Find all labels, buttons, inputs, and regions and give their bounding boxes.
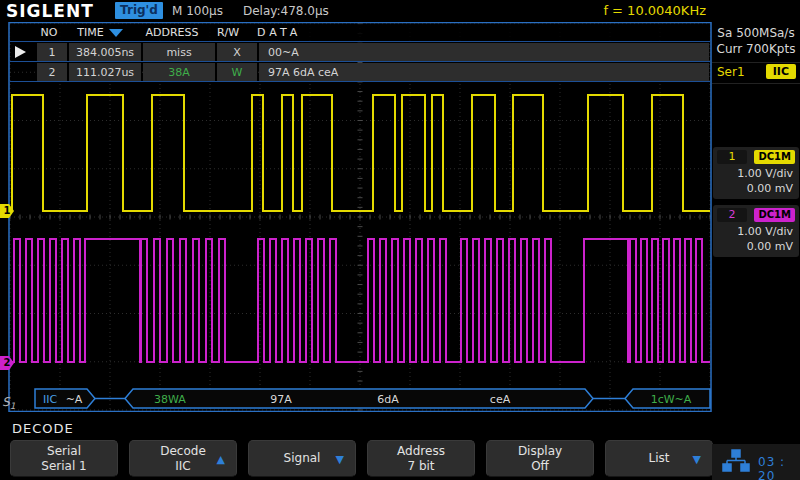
siglent-logo: SIGLENT: [6, 1, 94, 21]
row-address: miss: [143, 43, 215, 61]
selected-row-arrow-icon: [15, 46, 26, 58]
channel2-scale: 1.00 V/div: [737, 225, 793, 238]
bus-decoded-word: ~A: [66, 393, 83, 406]
table-row[interactable]: 1 384.005ns miss X 00~A: [10, 42, 710, 61]
header-time[interactable]: TIME: [64, 24, 136, 41]
acquisition-info: Sa 500MSa/s Curr 700Kpts: [712, 25, 800, 57]
top-status-bar: SIGLENT Trig'd M 100µs Delay:478.0µs f =…: [0, 0, 800, 22]
channel1-info-box[interactable]: 1 DC1M 1.00 V/div 0.00 mV: [713, 147, 799, 199]
up-arrow-icon: ▲: [217, 451, 225, 466]
header-address[interactable]: ADDRESS: [136, 24, 208, 41]
channel1-offset: 0.00 mV: [747, 182, 793, 195]
delay-readout[interactable]: Delay:478.0µs: [243, 4, 329, 18]
serial-slot-label: Ser1: [717, 65, 745, 79]
table-bottom-divider: [10, 81, 710, 82]
down-arrow-icon: ▼: [693, 451, 701, 466]
softkey-display-button[interactable]: Display Off: [486, 440, 594, 477]
channel1-scale: 1.00 V/div: [737, 167, 793, 180]
bus-decoded-word: 6dA: [377, 393, 399, 406]
network-icon: [722, 449, 750, 473]
bus-decoded-word: ceA: [490, 393, 511, 406]
channel2-number[interactable]: 2: [717, 208, 747, 222]
header-data[interactable]: DATA: [248, 24, 710, 41]
channel2-coupling-badge[interactable]: DC1M: [754, 208, 795, 222]
sort-desc-icon[interactable]: [109, 29, 123, 37]
serial-protocol-badge: IIC: [766, 64, 796, 79]
row-no: 2: [37, 63, 67, 81]
memory-depth: Curr 700Kpts: [712, 41, 800, 57]
serial-bus-label: S1: [2, 395, 15, 411]
row-marker-cell: [11, 63, 35, 81]
right-sidebar: Sa 500MSa/s Curr 700Kpts Ser1 IIC 1 DC1M…: [712, 0, 800, 480]
bus-decoded-word: 97A: [270, 393, 292, 406]
channel2-offset: 0.00 mV: [747, 240, 793, 253]
timebase-readout[interactable]: M 100µs: [172, 4, 223, 18]
header-rw[interactable]: R/W: [208, 24, 248, 41]
row-time: 384.005ns: [69, 43, 141, 61]
row-data: 00~A: [259, 43, 709, 61]
header-marker-col: [10, 24, 34, 41]
sample-rate: Sa 500MSa/s: [712, 25, 800, 41]
bus-frame-segment: [125, 389, 593, 408]
system-clock: 03 : 20: [758, 455, 800, 480]
bus-decoded-word: 38WA: [154, 393, 186, 406]
oscilloscope-screen: IIC~A38WA97A6dAceA1cW~A SIGLENT Trig'd M…: [0, 0, 800, 480]
serial-decode-status[interactable]: Ser1 IIC: [712, 62, 800, 84]
trigger-status-badge[interactable]: Trig'd: [115, 2, 163, 19]
bus-decoded-word: 1cW~A: [651, 393, 692, 406]
header-no[interactable]: NO: [34, 24, 64, 41]
status-corner: 03 : 20: [712, 444, 800, 480]
decode-table-header: NO TIME ADDRESS R/W DATA: [10, 24, 710, 42]
row-rw: X: [217, 43, 257, 61]
row-no: 1: [37, 43, 67, 61]
softkey-list-button[interactable]: List ▼: [605, 440, 713, 477]
softkey-menu: DECODE Serial Serial 1 Decode IIC ▲ Sign…: [0, 412, 800, 480]
menu-title: DECODE: [12, 421, 74, 436]
softkey-serial-button[interactable]: Serial Serial 1: [10, 440, 118, 477]
channel2-info-box[interactable]: 2 DC1M 1.00 V/div 0.00 mV: [713, 205, 799, 257]
frequency-counter: f = 10.0040KHz: [603, 3, 706, 18]
bus-decoded-word: IIC: [43, 393, 57, 406]
softkey-decode-button[interactable]: Decode IIC ▲: [129, 440, 237, 477]
channel1-number[interactable]: 1: [717, 150, 747, 164]
row-time: 111.027us: [69, 63, 141, 81]
table-row[interactable]: 2 111.027us 38A W 97A 6dA ceA: [10, 62, 710, 81]
row-rw: W: [217, 63, 257, 81]
softkey-address-button[interactable]: Address 7 bit: [367, 440, 475, 477]
down-arrow-icon: ▼: [336, 451, 344, 466]
row-data: 97A 6dA ceA: [259, 63, 709, 81]
row-address: 38A: [143, 63, 215, 81]
selected-row-marker-cell: [11, 43, 35, 61]
channel1-coupling-badge[interactable]: DC1M: [754, 150, 795, 164]
softkey-signal-button[interactable]: Signal ▼: [248, 440, 356, 477]
